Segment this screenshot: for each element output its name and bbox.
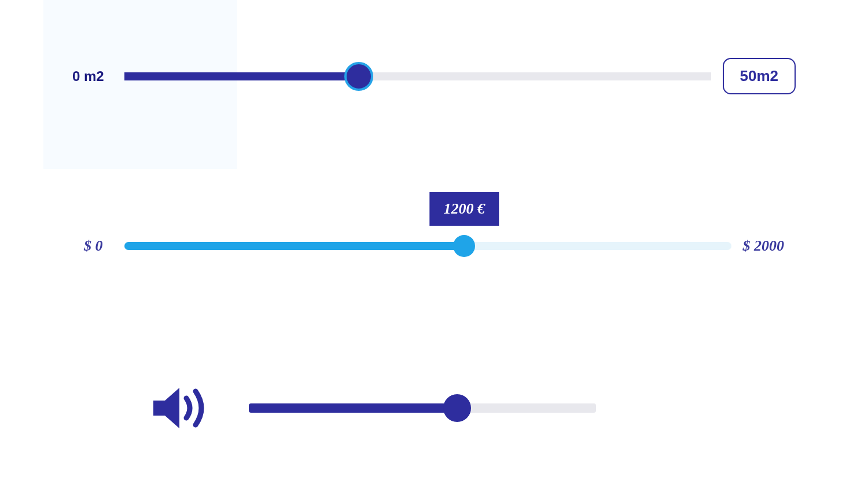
area-slider-container: 0 m2 50m2 <box>72 58 796 94</box>
area-value-box[interactable]: 50m2 <box>723 58 796 94</box>
volume-slider-fill <box>249 403 457 413</box>
price-slider-thumb[interactable] <box>453 235 475 257</box>
volume-slider-container <box>150 382 596 434</box>
price-tooltip: 1200 € <box>429 192 499 226</box>
price-slider-container: $ 0 1200 € $ 2000 <box>84 237 784 255</box>
area-min-label: 0 m2 <box>72 68 113 85</box>
price-max-label: $ 2000 <box>743 237 785 255</box>
volume-icon <box>150 382 214 434</box>
volume-slider-track[interactable] <box>249 403 596 413</box>
area-slider-fill <box>124 72 359 80</box>
volume-slider-thumb[interactable] <box>443 394 471 422</box>
area-slider-thumb[interactable] <box>344 62 373 91</box>
price-slider-fill <box>124 242 464 250</box>
price-min-label: $ 0 <box>84 237 113 255</box>
area-slider-track[interactable] <box>124 72 711 80</box>
price-slider-track[interactable]: 1200 € <box>124 242 731 250</box>
